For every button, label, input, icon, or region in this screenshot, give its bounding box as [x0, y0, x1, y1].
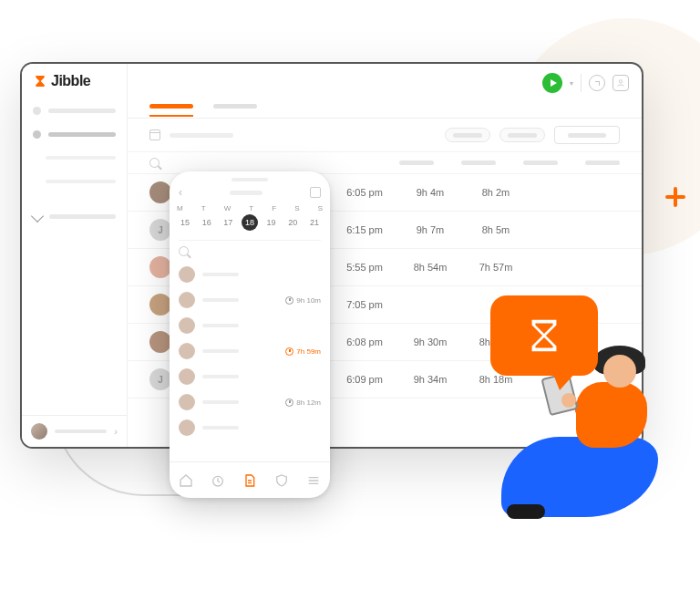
avatar	[179, 317, 195, 334]
tracked-time: 8h 5m	[463, 224, 529, 235]
timer-icon[interactable]	[210, 472, 226, 489]
topbar: ▾	[128, 64, 642, 102]
phone-list-row[interactable]	[170, 313, 330, 338]
calendar-day[interactable]: 15	[177, 214, 193, 231]
nav-subitem[interactable]	[33, 173, 116, 190]
shield-icon[interactable]	[273, 472, 290, 489]
tracked-time: 7h 57m	[463, 262, 529, 273]
brand-speech-bubble	[490, 295, 598, 376]
column-headers	[399, 160, 620, 165]
total-time: 9h 7m	[397, 224, 463, 235]
calendar-day-row: 15161718192021	[170, 214, 330, 238]
clock-out-time: 6:05 pm	[332, 187, 397, 198]
user-name-placeholder	[55, 430, 107, 433]
calendar-day[interactable]: 16	[199, 214, 215, 231]
mobile-device: ‹ MTWTFSS 15161718192021 9h 10m7h 59m8h …	[170, 171, 330, 498]
svg-point-0	[619, 80, 622, 83]
divider	[581, 74, 582, 92]
phone-search-row	[179, 240, 321, 256]
nav-subitem[interactable]	[33, 150, 116, 166]
chevron-right-icon: ›	[114, 426, 118, 437]
col-header	[461, 160, 496, 165]
chevron-down-icon	[31, 210, 44, 223]
row-avatar: J	[149, 368, 171, 390]
filter-pill[interactable]	[499, 128, 545, 142]
row-avatar	[149, 256, 171, 278]
week-label: S	[318, 204, 323, 212]
row-time: 8h 12m	[285, 399, 321, 407]
week-label: S	[294, 204, 299, 212]
clock-out-time: 7:05 pm	[332, 299, 397, 310]
menu-icon[interactable]	[305, 472, 322, 489]
tab[interactable]	[213, 104, 257, 109]
calendar-icon[interactable]	[310, 187, 321, 198]
date-range-placeholder	[170, 133, 233, 138]
week-label: T	[249, 204, 253, 212]
total-time: 8h 54m	[397, 262, 463, 273]
name-placeholder	[202, 375, 239, 378]
phone-topbar: ‹	[170, 186, 330, 199]
phone-list-row[interactable]	[170, 262, 330, 287]
calendar-day[interactable]: 20	[284, 214, 301, 231]
week-label: T	[201, 204, 206, 212]
name-placeholder	[202, 349, 239, 353]
nav-primary	[22, 102, 127, 202]
calendar-day[interactable]: 17	[220, 214, 236, 231]
search-icon[interactable]	[149, 158, 160, 168]
clock-out-time: 6:08 pm	[332, 336, 397, 347]
clock-icon	[285, 296, 293, 305]
row-avatar	[149, 294, 171, 316]
row-avatar	[149, 331, 171, 353]
avatar	[179, 266, 195, 283]
calendar-icon[interactable]	[149, 129, 160, 140]
week-label: M	[177, 204, 183, 212]
phone-list-row[interactable]: 9h 10m	[170, 287, 330, 313]
brand: Jibble	[22, 64, 127, 102]
name-placeholder	[202, 324, 239, 327]
clock-icon	[285, 347, 293, 356]
home-icon[interactable]	[178, 472, 194, 489]
tab-active[interactable]	[149, 104, 193, 109]
calendar-day[interactable]: 21	[306, 214, 323, 231]
phone-list-row[interactable]	[170, 415, 330, 440]
phone-list-row[interactable]: 7h 59m	[170, 338, 330, 364]
calendar-day-selected[interactable]: 18	[242, 214, 258, 231]
avatar	[179, 368, 195, 385]
clock-in-play-button[interactable]	[542, 73, 562, 93]
calendar-week-labels: MTWTFSS	[170, 199, 330, 214]
play-dropdown-chevron-icon[interactable]: ▾	[570, 79, 573, 88]
filter-row	[128, 118, 642, 151]
tabs	[128, 102, 642, 118]
name-placeholder	[202, 273, 239, 276]
search-icon[interactable]	[179, 246, 189, 256]
nav-item[interactable]	[33, 102, 116, 119]
brand-hourglass-icon	[33, 74, 47, 88]
sidebar-user-footer[interactable]: ›	[22, 415, 127, 447]
tracked-time: 8h 2m	[463, 187, 529, 198]
clock-out-time: 6:09 pm	[332, 374, 397, 385]
nav-expand-toggle[interactable]	[22, 208, 127, 224]
col-header	[523, 160, 558, 165]
export-button[interactable]	[554, 126, 620, 144]
filter-pill[interactable]	[445, 128, 490, 142]
total-time: 9h 34m	[397, 374, 463, 385]
phone-list-row[interactable]: 8h 12m	[170, 389, 330, 415]
people-icon[interactable]	[612, 75, 629, 91]
phone-date-placeholder	[230, 191, 262, 195]
row-avatar: J	[149, 219, 171, 241]
back-chevron-icon[interactable]: ‹	[179, 186, 182, 199]
phone-tabbar	[170, 461, 330, 498]
phone-list-row[interactable]	[170, 364, 330, 389]
week-label: F	[272, 204, 276, 212]
clock-icon[interactable]	[589, 75, 605, 91]
col-header	[399, 160, 434, 165]
plus-decoration-icon	[665, 187, 685, 207]
clock-icon	[285, 399, 293, 407]
calendar-day[interactable]: 19	[263, 214, 280, 231]
nav-item-selected[interactable]	[33, 126, 116, 142]
name-placeholder	[202, 400, 239, 404]
week-label: W	[224, 204, 232, 212]
row-time: 9h 10m	[285, 296, 321, 305]
col-header	[585, 160, 620, 165]
timesheets-icon[interactable]	[242, 472, 258, 489]
